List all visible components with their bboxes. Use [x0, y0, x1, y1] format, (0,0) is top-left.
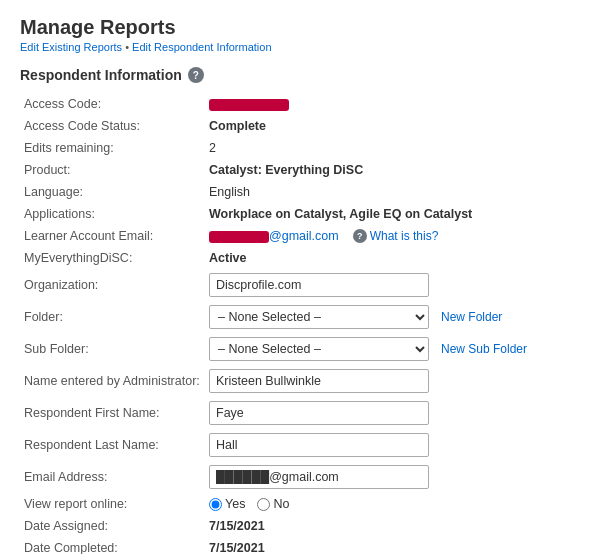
- folder-cell: – None Selected – New Folder: [205, 301, 573, 333]
- edits-remaining-value: 2: [205, 137, 573, 159]
- email-row: Email Address:: [20, 461, 573, 493]
- date-completed-label: Date Completed:: [20, 537, 205, 554]
- name-by-admin-cell: [205, 365, 573, 397]
- organization-row: Organization:: [20, 269, 573, 301]
- what-is-this-link[interactable]: ? What is this?: [353, 229, 439, 243]
- first-name-row: Respondent First Name:: [20, 397, 573, 429]
- product-value: Catalyst: Everything DiSC: [205, 159, 573, 181]
- page-title: Manage Reports: [20, 16, 573, 39]
- first-name-label: Respondent First Name:: [20, 397, 205, 429]
- respondent-form: Access Code: Access Code Status: Complet…: [20, 93, 573, 554]
- view-report-yes-radio[interactable]: [209, 498, 222, 511]
- applications-value: Workplace on Catalyst, Agile EQ on Catal…: [205, 203, 573, 225]
- last-name-input[interactable]: [209, 433, 429, 457]
- view-report-yes-label[interactable]: Yes: [209, 497, 245, 511]
- last-name-cell: [205, 429, 573, 461]
- access-code-label: Access Code:: [20, 93, 205, 115]
- access-code-status-value: Complete: [205, 115, 573, 137]
- view-report-label: View report online:: [20, 493, 205, 515]
- subfolder-cell: – None Selected – New Sub Folder: [205, 333, 573, 365]
- my-everything-disc-row: MyEverythingDiSC: Active: [20, 247, 573, 269]
- language-row: Language: English: [20, 181, 573, 203]
- product-row: Product: Catalyst: Everything DiSC: [20, 159, 573, 181]
- applications-label: Applications:: [20, 203, 205, 225]
- section-title: Respondent Information ?: [20, 67, 573, 83]
- breadcrumb-link-1[interactable]: Edit Existing Reports: [20, 41, 122, 53]
- learner-email-row: Learner Account Email: @gmail.com ? What…: [20, 225, 573, 247]
- access-code-row: Access Code:: [20, 93, 573, 115]
- date-assigned-row: Date Assigned: 7/15/2021: [20, 515, 573, 537]
- learner-email-redacted: [209, 231, 269, 243]
- new-subfolder-link[interactable]: New Sub Folder: [441, 342, 527, 356]
- first-name-input[interactable]: [209, 401, 429, 425]
- view-report-cell: Yes No: [205, 493, 573, 515]
- section-help-icon[interactable]: ?: [188, 67, 204, 83]
- folder-select[interactable]: – None Selected –: [209, 305, 429, 329]
- name-by-admin-label: Name entered by Administrator:: [20, 365, 205, 397]
- edits-remaining-label: Edits remaining:: [20, 137, 205, 159]
- date-completed-row: Date Completed: 7/15/2021: [20, 537, 573, 554]
- applications-row: Applications: Workplace on Catalyst, Agi…: [20, 203, 573, 225]
- first-name-cell: [205, 397, 573, 429]
- subfolder-row: Sub Folder: – None Selected – New Sub Fo…: [20, 333, 573, 365]
- date-completed-value: 7/15/2021: [205, 537, 573, 554]
- language-value: English: [205, 181, 573, 203]
- view-report-no-radio[interactable]: [257, 498, 270, 511]
- question-icon: ?: [353, 229, 367, 243]
- access-code-value: [205, 93, 573, 115]
- edits-remaining-row: Edits remaining: 2: [20, 137, 573, 159]
- breadcrumb-link-2[interactable]: Edit Respondent Information: [132, 41, 271, 53]
- organization-label: Organization:: [20, 269, 205, 301]
- access-code-status-label: Access Code Status:: [20, 115, 205, 137]
- organization-cell: [205, 269, 573, 301]
- language-label: Language:: [20, 181, 205, 203]
- my-everything-disc-label: MyEverythingDiSC:: [20, 247, 205, 269]
- access-code-status-row: Access Code Status: Complete: [20, 115, 573, 137]
- my-everything-disc-value: Active: [205, 247, 573, 269]
- learner-email-cell: @gmail.com ? What is this?: [205, 225, 573, 247]
- last-name-row: Respondent Last Name:: [20, 429, 573, 461]
- learner-email-label: Learner Account Email:: [20, 225, 205, 247]
- name-by-admin-row: Name entered by Administrator:: [20, 365, 573, 397]
- subfolder-label: Sub Folder:: [20, 333, 205, 365]
- organization-input[interactable]: [209, 273, 429, 297]
- subfolder-select[interactable]: – None Selected –: [209, 337, 429, 361]
- learner-email-link[interactable]: @gmail.com: [269, 229, 339, 243]
- email-label: Email Address:: [20, 461, 205, 493]
- view-report-no-label[interactable]: No: [257, 497, 289, 511]
- new-folder-link[interactable]: New Folder: [441, 310, 502, 324]
- product-label: Product:: [20, 159, 205, 181]
- email-input[interactable]: [209, 465, 429, 489]
- name-by-admin-input[interactable]: [209, 369, 429, 393]
- date-assigned-label: Date Assigned:: [20, 515, 205, 537]
- folder-row: Folder: – None Selected – New Folder: [20, 301, 573, 333]
- access-code-redacted: [209, 99, 289, 111]
- last-name-label: Respondent Last Name:: [20, 429, 205, 461]
- folder-label: Folder:: [20, 301, 205, 333]
- breadcrumb: Edit Existing Reports • Edit Respondent …: [20, 41, 573, 53]
- date-assigned-value: 7/15/2021: [205, 515, 573, 537]
- email-cell: [205, 461, 573, 493]
- view-report-row: View report online: Yes No: [20, 493, 573, 515]
